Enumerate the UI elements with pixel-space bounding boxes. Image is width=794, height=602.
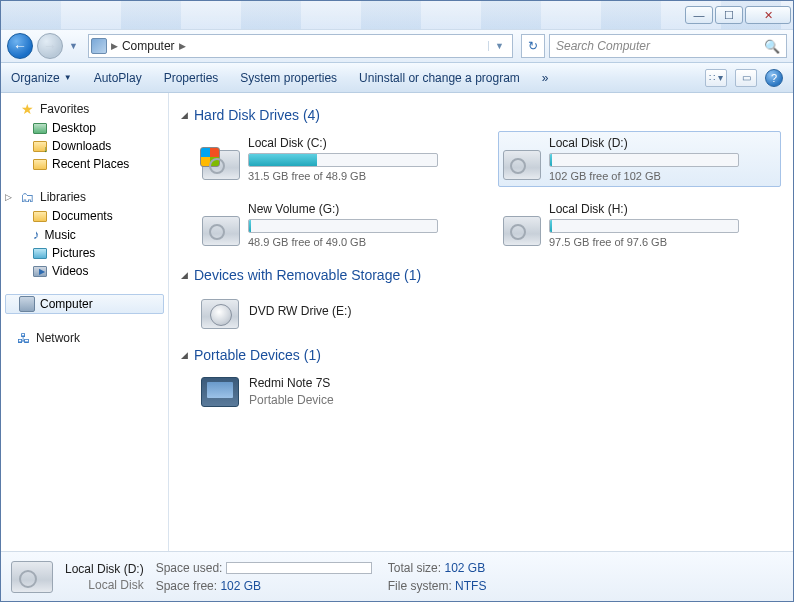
drive-icon xyxy=(11,561,53,593)
forward-button[interactable]: → xyxy=(37,33,63,59)
pictures-icon xyxy=(33,248,47,259)
sidebar-item-recent-places[interactable]: Recent Places xyxy=(1,155,168,173)
drive-item[interactable]: New Volume (G:)48.9 GB free of 49.0 GB xyxy=(197,197,480,253)
refresh-button[interactable]: ↻ xyxy=(521,34,545,58)
capacity-bar xyxy=(248,153,438,167)
drive-item[interactable]: Local Disk (C:)31.5 GB free of 48.9 GB xyxy=(197,131,480,187)
drive-item[interactable]: Local Disk (H:)97.5 GB free of 97.6 GB xyxy=(498,197,781,253)
toolbar-overflow[interactable]: » xyxy=(542,71,549,85)
history-dropdown[interactable]: ▼ xyxy=(69,41,78,51)
help-button[interactable]: ? xyxy=(765,69,783,87)
details-pane: Local Disk (D:) Local Disk Space used: S… xyxy=(1,551,793,601)
maximize-button[interactable]: ☐ xyxy=(715,6,743,24)
documents-icon xyxy=(33,211,47,222)
chevron-down-icon: ▼ xyxy=(64,73,72,82)
space-used-label: Space used: xyxy=(156,561,223,575)
downloads-icon xyxy=(33,141,47,152)
explorer-window: — ☐ ✕ ← → ▼ ▶ Computer ▶ ▼ ↻ Search Comp… xyxy=(0,0,794,602)
portable-device-item[interactable]: Redmi Note 7S Portable Device xyxy=(197,371,781,411)
organize-menu[interactable]: Organize▼ xyxy=(11,71,72,85)
collapse-icon: ◢ xyxy=(181,350,188,360)
search-placeholder: Search Computer xyxy=(556,39,650,53)
collapse-icon[interactable]: ▷ xyxy=(5,192,12,202)
uninstall-program-button[interactable]: Uninstall or change a program xyxy=(359,71,520,85)
computer-icon xyxy=(19,296,35,312)
drive-free-text: 102 GB free of 102 GB xyxy=(549,170,776,182)
drive-name: Local Disk (C:) xyxy=(248,136,475,150)
portable-device-icon xyxy=(201,377,239,407)
address-dropdown[interactable]: ▼ xyxy=(488,41,510,51)
space-used-bar xyxy=(226,562,372,574)
capacity-bar xyxy=(549,219,739,233)
space-free-value: 102 GB xyxy=(220,579,261,593)
sidebar-item-network[interactable]: 🖧 Network xyxy=(1,328,168,348)
sidebar-item-music[interactable]: ♪ Music xyxy=(1,225,168,244)
category-removable-storage[interactable]: ◢ Devices with Removable Storage (1) xyxy=(181,267,781,283)
search-input[interactable]: Search Computer 🔍 xyxy=(549,34,787,58)
drive-free-text: 97.5 GB free of 97.6 GB xyxy=(549,236,776,248)
drive-name: New Volume (G:) xyxy=(248,202,475,216)
favorites-group[interactable]: ★ Favorites xyxy=(1,99,168,119)
capacity-bar xyxy=(549,153,739,167)
navigation-pane: ★ Favorites Desktop Downloads Recent Pla… xyxy=(1,93,169,551)
sidebar-item-documents[interactable]: Documents xyxy=(1,207,168,225)
details-subtitle: Local Disk xyxy=(65,578,144,592)
drive-grid: Local Disk (C:)31.5 GB free of 48.9 GBLo… xyxy=(197,131,781,253)
collapse-icon: ◢ xyxy=(181,110,188,120)
drive-dvd[interactable]: DVD RW Drive (E:) xyxy=(197,291,781,333)
navigation-bar: ← → ▼ ▶ Computer ▶ ▼ ↻ Search Computer 🔍 xyxy=(1,29,793,63)
autoplay-button[interactable]: AutoPlay xyxy=(94,71,142,85)
computer-icon xyxy=(91,38,107,54)
star-icon: ★ xyxy=(19,101,35,117)
total-size-label: Total size: xyxy=(388,561,441,575)
details-title: Local Disk (D:) xyxy=(65,562,144,576)
view-options-button[interactable]: ∷ ▾ xyxy=(705,69,727,87)
close-button[interactable]: ✕ xyxy=(745,6,791,24)
drive-item[interactable]: Local Disk (D:)102 GB free of 102 GB xyxy=(498,131,781,187)
sidebar-item-downloads[interactable]: Downloads xyxy=(1,137,168,155)
libraries-icon: 🗂 xyxy=(19,189,35,205)
breadcrumb-sep-icon: ▶ xyxy=(111,41,118,51)
drive-name: Local Disk (H:) xyxy=(549,202,776,216)
sidebar-item-pictures[interactable]: Pictures xyxy=(1,244,168,262)
desktop-icon xyxy=(33,123,47,134)
filesystem-label: File system: xyxy=(388,579,452,593)
preview-pane-button[interactable]: ▭ xyxy=(735,69,757,87)
hard-drive-icon xyxy=(202,216,240,246)
sidebar-item-desktop[interactable]: Desktop xyxy=(1,119,168,137)
search-icon: 🔍 xyxy=(764,39,780,54)
hard-drive-icon xyxy=(202,150,240,180)
sidebar-item-videos[interactable]: Videos xyxy=(1,262,168,280)
category-hard-disk-drives[interactable]: ◢ Hard Disk Drives (4) xyxy=(181,107,781,123)
drive-name: Local Disk (D:) xyxy=(549,136,776,150)
command-bar: Organize▼ AutoPlay Properties System pro… xyxy=(1,63,793,93)
titlebar: — ☐ ✕ xyxy=(1,1,793,29)
drive-free-text: 31.5 GB free of 48.9 GB xyxy=(248,170,475,182)
libraries-group[interactable]: ▷ 🗂 Libraries xyxy=(1,187,168,207)
breadcrumb-sep-icon[interactable]: ▶ xyxy=(179,41,186,51)
collapse-icon: ◢ xyxy=(181,270,188,280)
dvd-drive-icon xyxy=(201,299,239,329)
total-size-value: 102 GB xyxy=(444,561,485,575)
space-free-label: Space free: xyxy=(156,579,217,593)
network-icon: 🖧 xyxy=(15,330,31,346)
videos-icon xyxy=(33,266,47,277)
recent-icon xyxy=(33,159,47,170)
hard-drive-icon xyxy=(503,216,541,246)
properties-button[interactable]: Properties xyxy=(164,71,219,85)
category-portable-devices[interactable]: ◢ Portable Devices (1) xyxy=(181,347,781,363)
drive-free-text: 48.9 GB free of 49.0 GB xyxy=(248,236,475,248)
breadcrumb-location[interactable]: Computer xyxy=(122,39,175,53)
content-pane: ◢ Hard Disk Drives (4) Local Disk (C:)31… xyxy=(169,93,793,551)
capacity-bar xyxy=(248,219,438,233)
system-properties-button[interactable]: System properties xyxy=(240,71,337,85)
back-button[interactable]: ← xyxy=(7,33,33,59)
music-icon: ♪ xyxy=(33,227,40,242)
sidebar-item-computer[interactable]: Computer xyxy=(5,294,164,314)
address-bar[interactable]: ▶ Computer ▶ ▼ xyxy=(88,34,513,58)
filesystem-value: NTFS xyxy=(455,579,486,593)
minimize-button[interactable]: — xyxy=(685,6,713,24)
hard-drive-icon xyxy=(503,150,541,180)
